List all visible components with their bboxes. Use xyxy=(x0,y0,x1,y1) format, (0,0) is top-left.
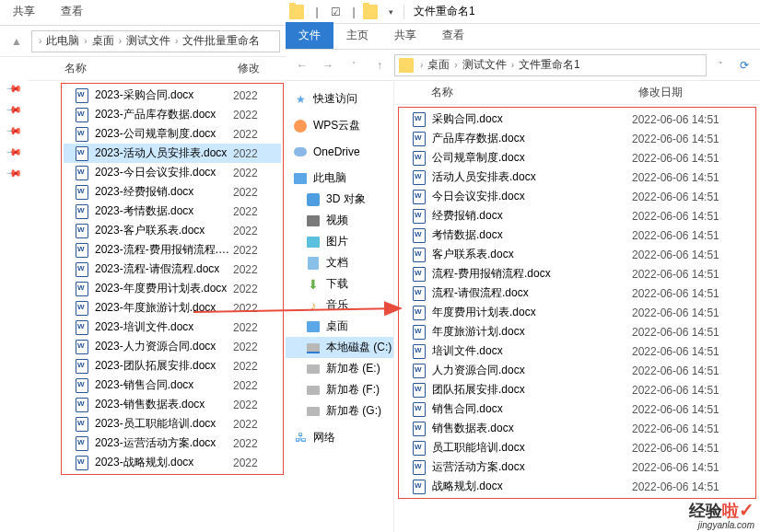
column-name[interactable]: 名称 xyxy=(39,61,238,76)
file-row[interactable]: 年度费用计划表.docx 2022-06-06 14:51 xyxy=(401,303,754,322)
checkbox-icon[interactable]: ☑ xyxy=(329,6,342,18)
tab-view[interactable]: 查看 xyxy=(429,22,477,49)
file-row[interactable]: 2023-培训文件.docx 2022 xyxy=(64,318,281,337)
refresh-button[interactable]: ⟳ xyxy=(734,55,754,75)
file-row[interactable]: 2023-流程-请假流程.docx 2022 xyxy=(64,260,281,279)
file-row[interactable]: 活动人员安排表.docx 2022-06-06 14:51 xyxy=(401,168,754,187)
sidebar-item[interactable]: ˃ WPS云盘 xyxy=(286,115,393,136)
dropdown-icon[interactable]: ▾ xyxy=(384,6,397,18)
file-row[interactable]: 2023-经费报销.docx 2022 xyxy=(64,182,281,202)
file-row[interactable]: 2023-客户联系表.docx 2022 xyxy=(64,221,281,240)
content-pane: 📌📌📌📌📌 名称 修改 2023-采购合同.docx 2022 2023-产品库… xyxy=(0,57,286,532)
file-row[interactable]: 2023-年度旅游计划.docx 2022 xyxy=(64,298,281,318)
breadcrumb-item[interactable]: 桌面 xyxy=(426,57,451,73)
music-icon: ♪ xyxy=(306,298,321,313)
sidebar-item[interactable]: 文档 xyxy=(286,252,393,273)
sidebar-item[interactable]: ˃🖧 网络 xyxy=(286,427,393,448)
file-row[interactable]: 公司规章制度.docx 2022-06-06 14:51 xyxy=(401,148,754,168)
file-row[interactable]: 人力资源合同.docx 2022-06-06 14:51 xyxy=(401,361,754,380)
sidebar-label: 网络 xyxy=(313,430,335,445)
file-row[interactable]: 2023-年度费用计划表.docx 2022 xyxy=(64,279,281,298)
file-row[interactable]: 2023-公司规章制度.docx 2022 xyxy=(64,124,281,144)
file-row[interactable]: 产品库存数据.docx 2022-06-06 14:51 xyxy=(401,129,754,148)
breadcrumb[interactable]: › 桌面 › 测试文件 › 文件重命名1 xyxy=(394,54,707,76)
sidebar-item[interactable]: 桌面 xyxy=(286,316,393,337)
sidebar-item[interactable]: 新加卷 (G:) xyxy=(286,400,393,422)
file-row[interactable]: 2023-员工职能培训.docx 2022 xyxy=(64,414,281,434)
file-row[interactable]: 2023-人力资源合同.docx 2022 xyxy=(64,337,281,356)
file-row[interactable]: 员工职能培训.docx 2022-06-06 14:51 xyxy=(401,438,754,457)
file-row[interactable]: 年度旅游计划.docx 2022-06-06 14:51 xyxy=(401,322,754,341)
sidebar-item[interactable]: 新加卷 (E:) xyxy=(286,358,393,379)
up-button[interactable]: ▲ xyxy=(6,30,28,52)
file-row[interactable]: 2023-采购合同.docx 2022 xyxy=(64,86,281,105)
file-row[interactable]: 流程-请假流程.docx 2022-06-06 14:51 xyxy=(401,283,754,303)
file-row[interactable]: 2023-团队拓展安排.docx 2022 xyxy=(64,356,281,376)
file-row[interactable]: 2023-销售数据表.docx 2022 xyxy=(64,395,281,414)
file-name: 采购合同.docx xyxy=(432,111,632,127)
sidebar-item[interactable]: 图片 xyxy=(286,231,393,252)
expand-icon[interactable]: ˃ xyxy=(286,147,287,156)
sidebar-item[interactable]: ⬇ 下载 xyxy=(286,273,393,295)
back-button[interactable]: ← xyxy=(291,54,313,76)
breadcrumb-item[interactable]: 文件批量重命名 xyxy=(181,33,262,49)
sidebar-item[interactable]: ♪ 音乐 xyxy=(286,295,393,316)
file-row[interactable]: 2023-活动人员安排表.docx 2022 xyxy=(64,144,281,163)
sidebar-item[interactable]: ˅ 此电脑 xyxy=(286,168,393,189)
file-row[interactable]: 2023-流程-费用报销流程.docx 2022 xyxy=(64,240,281,260)
file-row[interactable]: 2023-考情数据.docx 2022 xyxy=(64,202,281,221)
file-row[interactable]: 战略规划.docx 2022-06-06 14:51 xyxy=(401,477,754,496)
sidebar-item[interactable]: 3D 对象 xyxy=(286,189,393,210)
file-row[interactable]: 销售数据表.docx 2022-06-06 14:51 xyxy=(401,419,754,438)
expand-icon[interactable]: ˃ xyxy=(286,434,287,443)
recent-dropdown[interactable]: ˅ xyxy=(343,54,365,76)
file-name: 2023-考情数据.docx xyxy=(95,203,233,219)
file-row[interactable]: 经费报销.docx 2022-06-06 14:51 xyxy=(401,206,754,226)
chevron-right-icon: › xyxy=(509,60,517,70)
tab-view[interactable]: 查看 xyxy=(48,0,96,25)
expand-icon[interactable]: ˃ xyxy=(286,121,287,131)
sidebar-item[interactable]: 视频 xyxy=(286,210,393,231)
column-date[interactable]: 修改 xyxy=(238,61,275,76)
breadcrumb-item[interactable]: 桌面 xyxy=(90,33,116,49)
file-name: 2023-活动人员安排表.docx xyxy=(95,145,233,161)
file-row[interactable]: 2023-运营活动方案.docx 2022 xyxy=(64,434,281,453)
tab-share[interactable]: 共享 xyxy=(0,0,48,25)
up-button[interactable]: ↑ xyxy=(368,54,391,76)
breadcrumb-item[interactable]: 测试文件 xyxy=(124,33,172,49)
file-row[interactable]: 团队拓展安排.docx 2022-06-06 14:51 xyxy=(401,380,754,399)
file-row[interactable]: 2023-产品库存数据.docx 2022 xyxy=(64,105,281,124)
expand-icon[interactable]: ˅ xyxy=(286,174,287,183)
file-row[interactable]: 2023-销售合同.docx 2022 xyxy=(64,376,281,395)
expand-icon[interactable]: ˅ xyxy=(286,95,287,104)
sidebar-item[interactable]: 本地磁盘 (C:) xyxy=(286,337,393,358)
sidebar-item[interactable]: ˅★ 快速访问 xyxy=(286,88,393,110)
wps-icon xyxy=(293,119,308,133)
docx-icon xyxy=(412,112,427,127)
file-row[interactable]: 今日会议安排.docx 2022-06-06 14:51 xyxy=(401,187,754,206)
sidebar-item[interactable]: ˃ OneDrive xyxy=(286,142,393,162)
tab-file[interactable]: 文件 xyxy=(286,22,333,49)
file-row[interactable]: 2023-战略规划.docx 2022 xyxy=(64,453,281,472)
file-row[interactable]: 培训文件.docx 2022-06-06 14:51 xyxy=(401,341,754,361)
file-date: 2022 xyxy=(233,360,270,373)
forward-button[interactable]: → xyxy=(317,54,339,76)
tab-home[interactable]: 主页 xyxy=(333,22,381,49)
column-name[interactable]: 名称 xyxy=(405,85,638,100)
file-row[interactable]: 销售合同.docx 2022-06-06 14:51 xyxy=(401,399,754,419)
breadcrumb-item[interactable]: 测试文件 xyxy=(461,57,509,73)
file-row[interactable]: 流程-费用报销流程.docx 2022-06-06 14:51 xyxy=(401,264,754,283)
column-date[interactable]: 修改日期 xyxy=(638,85,749,100)
dropdown-icon[interactable]: ˅ xyxy=(710,55,731,75)
breadcrumb-item[interactable]: 此电脑 xyxy=(44,33,81,49)
file-row[interactable]: 采购合同.docx 2022-06-06 14:51 xyxy=(401,110,754,129)
sidebar-item[interactable]: 新加卷 (F:) xyxy=(286,379,393,400)
breadcrumb[interactable]: › 此电脑 › 桌面 › 测试文件 › 文件批量重命名 xyxy=(31,30,280,52)
file-row[interactable]: 客户联系表.docx 2022-06-06 14:51 xyxy=(401,245,754,264)
docx-icon xyxy=(412,383,427,398)
breadcrumb-item[interactable]: 文件重命名1 xyxy=(517,57,582,73)
tab-share[interactable]: 共享 xyxy=(381,22,429,49)
file-row[interactable]: 2023-今日会议安排.docx 2022 xyxy=(64,163,281,182)
file-row[interactable]: 运营活动方案.docx 2022-06-06 14:51 xyxy=(401,457,754,477)
file-row[interactable]: 考情数据.docx 2022-06-06 14:51 xyxy=(401,226,754,245)
